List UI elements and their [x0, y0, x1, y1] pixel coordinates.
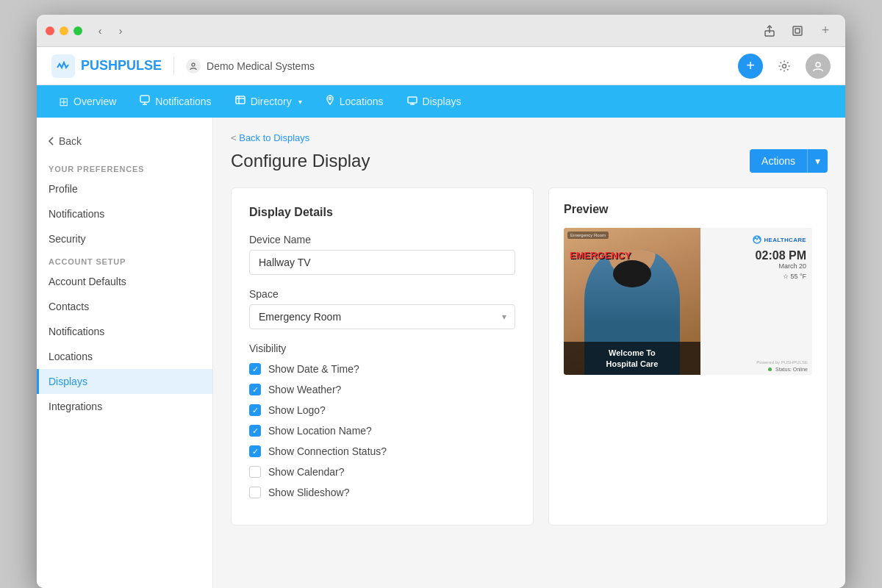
sidebar: Back YOUR PREFERENCES Profile Notificati… — [37, 118, 213, 588]
sidebar-integrations-label: Integrations — [49, 401, 102, 412]
sidebar-contacts-label: Contacts — [49, 301, 89, 312]
nav-directory-label: Directory — [251, 96, 292, 107]
checkbox-date-time-box[interactable]: ✓ — [249, 363, 261, 375]
checkbox-logo-box[interactable]: ✓ — [249, 404, 261, 416]
overview-icon: ⊞ — [59, 95, 68, 109]
checkbox-slideshow[interactable]: Show Slideshow? — [249, 487, 515, 498]
sidebar-item-account-defaults[interactable]: Account Defaults — [37, 269, 212, 294]
status-dot-icon — [768, 368, 772, 371]
checkbox-logo[interactable]: ✓ Show Logo? — [249, 404, 515, 416]
display-status: Status: Online — [768, 367, 808, 372]
checkbox-slideshow-label: Show Slideshow? — [268, 487, 350, 498]
device-name-group: Device Name — [249, 234, 515, 275]
share-icon-button[interactable] — [759, 20, 781, 42]
traffic-lights — [46, 26, 82, 35]
breadcrumb[interactable]: Back to Displays — [231, 132, 828, 143]
back-arrow-button[interactable]: ‹ — [91, 22, 109, 40]
minimize-button[interactable] — [60, 26, 68, 35]
notifications-icon — [140, 95, 150, 108]
display-logo-area: HEALTHCARE — [753, 235, 806, 245]
space-select-wrapper: Emergency Room ▾ — [249, 304, 515, 329]
window-icon-button[interactable] — [786, 20, 808, 42]
sidebar-back-button[interactable]: Back — [37, 129, 212, 153]
svg-point-5 — [783, 64, 786, 68]
two-column-layout: Display Details Device Name Space Emerge… — [231, 187, 828, 526]
display-date: March 20 — [778, 262, 806, 270]
sidebar-section-account-setup: ACCOUNT SETUP — [37, 251, 212, 269]
logo-text: PUSHPULSE — [81, 58, 162, 74]
add-button[interactable]: + — [738, 54, 763, 79]
sidebar-item-notifications-pref[interactable]: Notifications — [37, 201, 212, 226]
checkbox-date-time-label: Show Date & Time? — [268, 363, 359, 375]
sidebar-section-preferences: YOUR PREFERENCES — [37, 159, 212, 176]
space-select[interactable]: Emergency Room — [249, 304, 515, 329]
sidebar-item-security[interactable]: Security — [37, 226, 212, 251]
display-info-panel: HEALTHCARE 02:08 PM March 20 ☆ 55 °F Pow… — [700, 228, 812, 375]
display-photo: Emergency Room EMERGENCY Welcome ToHospi… — [564, 228, 700, 375]
org-selector[interactable]: Demo Medical Systems — [186, 59, 315, 74]
fullscreen-button[interactable] — [74, 26, 82, 35]
app-header: PUSHPULSE Demo Medical Systems + — [37, 47, 845, 85]
preview-display: Emergency Room EMERGENCY Welcome ToHospi… — [564, 228, 812, 375]
sidebar-item-locations[interactable]: Locations — [37, 344, 212, 369]
visibility-label: Visibility — [249, 343, 515, 354]
sidebar-item-profile[interactable]: Profile — [37, 176, 212, 201]
checkbox-connection-status-label: Show Connection Status? — [268, 445, 387, 457]
sidebar-profile-label: Profile — [49, 183, 78, 195]
nav-notifications-label: Notifications — [155, 96, 211, 107]
actions-chevron-icon: ▾ — [807, 149, 828, 173]
space-label: Space — [249, 288, 515, 300]
sidebar-item-contacts[interactable]: Contacts — [37, 294, 212, 319]
sidebar-item-displays[interactable]: Displays — [37, 369, 212, 394]
svg-rect-3 — [795, 29, 800, 33]
checkbox-weather[interactable]: ✓ Show Weather? — [249, 384, 515, 395]
sidebar-item-integrations[interactable]: Integrations — [37, 394, 212, 419]
sidebar-displays-label: Displays — [49, 376, 87, 387]
svg-rect-8 — [236, 96, 245, 104]
checkbox-date-time[interactable]: ✓ Show Date & Time? — [249, 363, 515, 375]
actions-button[interactable]: Actions ▾ — [750, 149, 828, 173]
nav-item-directory[interactable]: Directory ▾ — [225, 90, 312, 112]
org-name: Demo Medical Systems — [207, 60, 315, 72]
nav-overview-label: Overview — [74, 96, 116, 107]
checkbox-slideshow-box[interactable] — [249, 487, 261, 498]
nav-arrows: ‹ › — [91, 22, 129, 40]
checkbox-connection-status-box[interactable]: ✓ — [249, 445, 261, 457]
display-details-card: Display Details Device Name Space Emerge… — [231, 187, 534, 526]
sidebar-security-label: Security — [49, 233, 86, 245]
svg-rect-7 — [140, 96, 149, 102]
sidebar-account-defaults-label: Account Defaults — [49, 276, 126, 287]
nav-item-notifications[interactable]: Notifications — [129, 90, 221, 112]
display-weather: ☆ 55 °F — [783, 273, 806, 280]
plus-icon-button[interactable]: + — [814, 20, 836, 42]
gear-button[interactable] — [772, 54, 797, 79]
device-name-input[interactable] — [249, 250, 515, 275]
checkbox-location-name[interactable]: ✓ Show Location Name? — [249, 425, 515, 437]
forward-arrow-button[interactable]: › — [112, 22, 129, 40]
nav-locations-label: Locations — [340, 96, 384, 107]
logo[interactable]: PUSHPULSE — [51, 54, 162, 78]
display-time: 02:08 PM — [756, 249, 806, 262]
display-logo-text: HEALTHCARE — [764, 237, 806, 243]
preview-title: Preview — [564, 203, 812, 216]
logo-icon — [51, 54, 75, 78]
nav-item-locations[interactable]: Locations — [315, 90, 394, 112]
checkbox-calendar[interactable]: Show Calendar? — [249, 466, 515, 478]
sidebar-notifications-acct-label: Notifications — [49, 326, 104, 337]
svg-rect-2 — [793, 26, 802, 35]
nav-item-displays[interactable]: Displays — [397, 90, 472, 112]
checkbox-connection-status[interactable]: ✓ Show Connection Status? — [249, 445, 515, 457]
sidebar-back-label: Back — [59, 135, 82, 147]
display-welcome-text: Welcome ToHospital Care — [564, 342, 700, 375]
checkbox-location-name-box[interactable]: ✓ — [249, 425, 261, 437]
sidebar-item-notifications-acct[interactable]: Notifications — [37, 319, 212, 344]
avatar[interactable] — [806, 54, 831, 79]
nav-item-overview[interactable]: ⊞ Overview — [49, 90, 126, 113]
close-button[interactable] — [46, 26, 54, 35]
content-area: Back to Displays Configure Display Actio… — [213, 118, 845, 588]
checkbox-calendar-box[interactable] — [249, 466, 261, 478]
app-window: ‹ › + — [37, 15, 845, 588]
visibility-section: Visibility ✓ Show Date & Time? ✓ Show We… — [249, 343, 515, 498]
checkbox-weather-box[interactable]: ✓ — [249, 384, 261, 395]
actions-button-label: Actions — [750, 149, 807, 173]
